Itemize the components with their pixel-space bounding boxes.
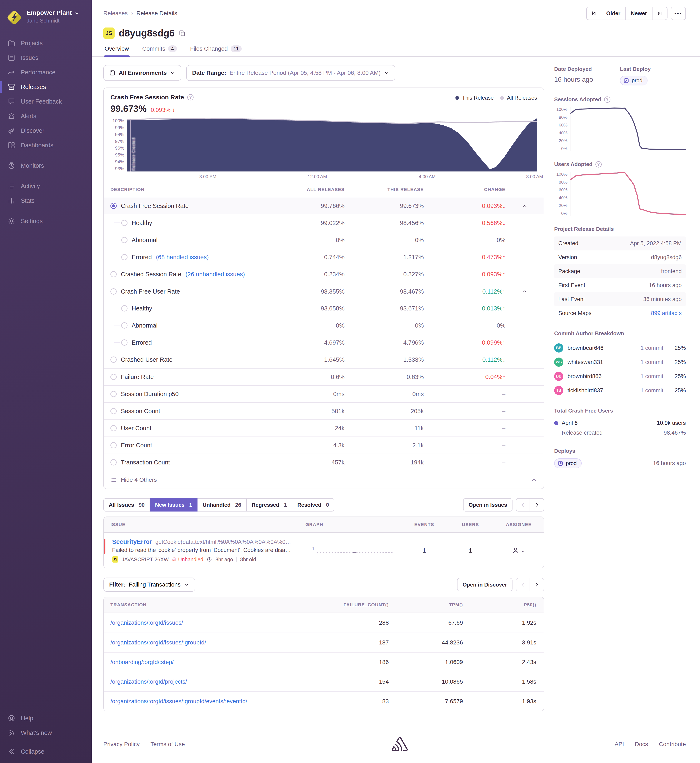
metric-row[interactable]: Errored(68 handled issues)0.744%1.217%0.…: [104, 249, 544, 266]
metric-row[interactable]: Abnormal0%0%0%: [104, 317, 544, 334]
source-maps-link[interactable]: 899 artifacts: [651, 310, 682, 316]
metric-radio[interactable]: [111, 203, 117, 209]
tab-overview[interactable]: Overview: [104, 45, 130, 56]
metric-all-releases-value: 0.744%: [266, 254, 345, 261]
metric-issues-link[interactable]: (26 unhandled issues): [186, 271, 245, 278]
tab-commits[interactable]: Commits4: [141, 45, 178, 56]
transaction-link[interactable]: /organizations/:orgId/issues/:groupId/ev…: [104, 698, 321, 705]
metric-radio[interactable]: [111, 271, 117, 277]
issue-row[interactable]: SecurityError getCookie(data:text/html,%…: [104, 533, 544, 568]
open-in-issues-button[interactable]: Open in Issues: [463, 498, 512, 511]
breadcrumb-releases[interactable]: Releases: [103, 10, 128, 17]
sidebar-item-projects[interactable]: Projects: [0, 36, 92, 50]
sidebar-item-stats[interactable]: Stats: [0, 193, 92, 208]
metric-row[interactable]: Crash Free Session Rate99.766%99.673%0.0…: [104, 197, 544, 214]
sidebar-item-discover[interactable]: Discover: [0, 124, 92, 138]
issues-tab-all-issues[interactable]: All Issues90: [103, 498, 150, 511]
issues-tab-unhandled[interactable]: Unhandled26: [197, 498, 247, 511]
sidebar-item-settings[interactable]: Settings: [0, 214, 92, 228]
footer-link[interactable]: API: [615, 741, 624, 747]
sidebar-item-dashboards[interactable]: Dashboards: [0, 138, 92, 153]
metric-radio[interactable]: [111, 288, 117, 295]
issues-tab-regressed[interactable]: Regressed1: [247, 498, 292, 511]
sidebar-item-activity[interactable]: Activity: [0, 179, 92, 193]
metric-radio[interactable]: [111, 408, 117, 414]
next-page-button[interactable]: [530, 578, 544, 591]
transactions-filter[interactable]: Filter: Failing Transactions: [103, 578, 195, 592]
metric-row[interactable]: Failure Rate0.6%0.63%0.04%↑: [104, 368, 544, 385]
hide-others-toggle[interactable]: Hide 4 Others: [104, 471, 544, 489]
copy-icon[interactable]: [179, 30, 186, 36]
metric-row[interactable]: Healthy93.658%93.671%0.013%↑: [104, 300, 544, 317]
issues-tab-new-issues[interactable]: New Issues1: [150, 498, 197, 511]
metric-radio[interactable]: [111, 356, 117, 363]
sidebar-item-user-feedback[interactable]: User Feedback: [0, 94, 92, 109]
next-page-button[interactable]: [530, 498, 544, 511]
metric-radio[interactable]: [111, 374, 117, 380]
metric-row[interactable]: Errored4.697%4.796%0.099%↑: [104, 334, 544, 351]
issue-assignee-dropdown[interactable]: [494, 547, 544, 554]
help-circle-icon[interactable]: ?: [595, 161, 602, 167]
metric-radio[interactable]: [121, 305, 128, 311]
transaction-link[interactable]: /organizations/:orgId/projects/: [104, 679, 321, 685]
sidebar-item-monitors[interactable]: Monitors: [0, 158, 92, 173]
metric-row[interactable]: Crash Free User Rate98.355%98.467%0.112%…: [104, 283, 544, 300]
sidebar-item-performance[interactable]: Performance: [0, 65, 92, 80]
metric-radio[interactable]: [121, 220, 128, 226]
sidebar-item-alerts[interactable]: Alerts: [0, 109, 92, 124]
prev-page-button[interactable]: [516, 578, 530, 591]
more-actions-button[interactable]: •••: [671, 7, 686, 20]
metric-row[interactable]: Error Count4.3k2.1k–: [104, 436, 544, 453]
tab-files-changed[interactable]: Files Changed11: [189, 45, 242, 56]
sidebar-item-releases[interactable]: Releases: [0, 80, 92, 94]
footer-link[interactable]: Docs: [635, 741, 648, 747]
oldest-release-button[interactable]: [586, 7, 601, 20]
environment-filter[interactable]: All Environments: [103, 65, 181, 81]
metric-radio[interactable]: [121, 322, 128, 328]
deploy-env-pill[interactable]: prod: [554, 458, 582, 468]
sidebar-item-issues[interactable]: Issues: [0, 50, 92, 65]
transaction-link[interactable]: /organizations/:orgId/issues/: [104, 619, 321, 626]
metric-radio[interactable]: [111, 459, 117, 466]
metric-row[interactable]: Transaction Count457k194k–: [104, 453, 544, 471]
metric-radio[interactable]: [111, 442, 117, 449]
newer-button[interactable]: Newer: [626, 7, 653, 20]
issue-title-link[interactable]: SecurityError: [112, 538, 152, 545]
prev-page-button[interactable]: [516, 498, 530, 511]
newest-release-button[interactable]: [653, 7, 667, 20]
metric-row[interactable]: Session Count501k205k–: [104, 402, 544, 419]
footer-link[interactable]: Terms of Use: [150, 741, 185, 747]
metric-radio[interactable]: [121, 339, 128, 346]
transaction-link[interactable]: /organizations/:orgId/issues/:groupId/: [104, 639, 321, 646]
date-range-filter[interactable]: Date Range: Entire Release Period (Apr 0…: [186, 65, 395, 81]
footer-link[interactable]: Privacy Policy: [103, 741, 140, 747]
help-circle-icon[interactable]: ?: [187, 94, 194, 100]
help-circle-icon[interactable]: ?: [604, 97, 611, 103]
open-in-discover-button[interactable]: Open in Discover: [457, 578, 512, 591]
sidebar-item-label: Performance: [21, 69, 55, 76]
metric-radio[interactable]: [111, 425, 117, 431]
metric-radio[interactable]: [121, 254, 128, 260]
sidebar-item-whats-new[interactable]: What's new: [0, 725, 92, 740]
older-button[interactable]: Older: [601, 7, 626, 20]
metric-row[interactable]: Session Duration p500ms0ms–: [104, 385, 544, 402]
sidebar-item-help[interactable]: Help: [0, 711, 92, 725]
sidebar-item-label: Collapse: [21, 748, 44, 755]
metric-row[interactable]: Crashed User Rate1.645%1.533%0.112%↓: [104, 351, 544, 368]
metric-row[interactable]: User Count24k11k–: [104, 419, 544, 436]
chevron-up-icon[interactable]: [522, 203, 528, 209]
sidebar-item-collapse[interactable]: Collapse: [0, 744, 92, 759]
metric-radio[interactable]: [121, 237, 128, 243]
footer-link[interactable]: Contribute: [659, 741, 686, 747]
metric-radio[interactable]: [111, 391, 117, 397]
deploy-env-pill[interactable]: prod: [620, 76, 647, 85]
metric-row[interactable]: Abnormal0%0%0%: [104, 231, 544, 249]
issues-tab-resolved[interactable]: Resolved0: [292, 498, 334, 511]
metric-change-text: 0.473%: [482, 254, 502, 260]
chevron-up-icon[interactable]: [522, 289, 528, 294]
transaction-link[interactable]: /onboarding/:orgId/:step/: [104, 659, 321, 666]
org-switcher[interactable]: Empower Plant Jane Schmidt: [0, 7, 92, 27]
metric-row[interactable]: Crashed Session Rate(26 unhandled issues…: [104, 266, 544, 283]
metric-row[interactable]: Healthy99.022%98.456%0.566%↓: [104, 214, 544, 231]
metric-issues-link[interactable]: (68 handled issues): [156, 254, 209, 261]
